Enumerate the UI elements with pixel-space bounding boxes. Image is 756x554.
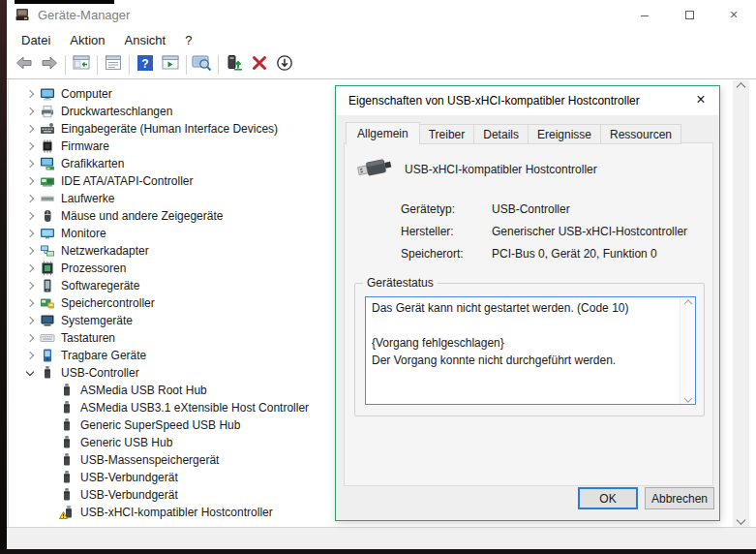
tree-scrollbar[interactable] (733, 80, 749, 527)
chevron-right-icon[interactable] (22, 156, 38, 171)
chevron-right-icon[interactable] (22, 295, 38, 311)
tree-item-label: USB-Verbundgerät (78, 471, 178, 484)
disable-device-button[interactable] (272, 53, 297, 77)
tree-item-label: IDE ATA/ATAPI-Controller (59, 174, 193, 188)
usb-connector-icon (356, 153, 395, 182)
chevron-right-icon[interactable] (22, 226, 38, 241)
tree-item-label: Druckwarteschlangen (59, 105, 172, 118)
tree-item-label: Eingabegeräte (Human Interface Devices) (59, 122, 278, 136)
uninstall-device-button[interactable] (247, 53, 272, 77)
menu-bar: DateiAktionAnsicht? (7, 29, 756, 50)
tree-item-label: Systemgeräte (59, 314, 133, 327)
uninstall-device-icon (251, 54, 268, 75)
tree-item-label: Tastaturen (59, 331, 115, 345)
tree-item-label: Firmware (59, 139, 109, 153)
tree-indent (42, 435, 57, 450)
processor-icon (40, 261, 55, 276)
network-adapter-icon (40, 243, 55, 259)
chevron-right-icon[interactable] (22, 191, 38, 206)
chevron-right-icon[interactable] (22, 86, 38, 102)
window-title: Geräte-Manager (38, 8, 130, 22)
show-hide-action-pane-button[interactable] (158, 53, 183, 77)
field-label: Speicherort: (401, 247, 492, 261)
status-scrollbar[interactable] (680, 297, 695, 404)
usb-warning-icon (59, 505, 75, 520)
scroll-down-arrow-icon[interactable] (733, 510, 749, 527)
back-button[interactable] (12, 53, 37, 77)
device-field-row: Gerätetyp:USB-Controller (401, 198, 707, 220)
usb-device-icon (40, 365, 55, 381)
tree-item-label: Prozessoren (59, 262, 126, 275)
show-hide-console-tree-icon (72, 54, 91, 75)
menu-item-ansicht[interactable]: Ansicht (115, 33, 176, 47)
device-manager-window: Geräte-Manager – × DateiAktionAnsicht? ?… (0, 0, 756, 554)
computer-icon (40, 86, 55, 102)
usb-device-icon (59, 487, 75, 503)
usb-device-icon (59, 417, 75, 433)
toolbar-separator (218, 55, 219, 75)
properties-button[interactable] (101, 53, 126, 77)
scroll-up-arrow-icon[interactable] (680, 297, 695, 312)
menu-item-datei[interactable]: Datei (12, 33, 60, 47)
chevron-right-icon[interactable] (22, 278, 38, 293)
close-icon: × (730, 7, 738, 22)
chevron-right-icon[interactable] (22, 330, 38, 346)
system-device-icon (40, 313, 55, 328)
device-fields: Gerätetyp:USB-ControllerHersteller:Gener… (401, 198, 707, 264)
tree-item-label: Laufwerke (59, 192, 114, 205)
disable-device-icon (276, 54, 293, 75)
tab-ressourcen[interactable]: Ressourcen (600, 124, 681, 144)
help-button[interactable]: ? (133, 53, 158, 77)
chevron-right-icon[interactable] (22, 138, 38, 154)
scan-hardware-changes-icon (192, 54, 213, 75)
close-button[interactable]: × (711, 0, 756, 29)
device-manager-app-icon (15, 7, 30, 22)
chevron-right-icon[interactable] (22, 348, 38, 363)
chevron-right-icon[interactable] (22, 243, 38, 259)
scroll-up-arrow-icon[interactable] (733, 80, 749, 97)
device-status-textbox[interactable]: Das Gerät kann nicht gestartet werden. (… (365, 296, 696, 405)
chevron-right-icon[interactable] (22, 173, 38, 189)
chevron-right-icon[interactable] (22, 313, 38, 328)
usb-device-icon (59, 452, 75, 468)
help-icon: ? (136, 54, 154, 75)
field-label: Gerätetyp: (401, 202, 492, 216)
tab-details[interactable]: Details (473, 124, 529, 144)
properties-icon (104, 54, 123, 75)
scan-hardware-changes-button[interactable] (190, 53, 215, 77)
dialog-close-button[interactable]: × (691, 90, 711, 109)
tab-ereignisse[interactable]: Ereignisse (528, 124, 601, 144)
tree-item-label: Generic SuperSpeed USB Hub (78, 418, 240, 432)
chevron-right-icon[interactable] (22, 104, 38, 119)
show-hide-console-tree-button[interactable] (69, 53, 94, 77)
update-driver-button[interactable] (222, 53, 247, 77)
toolbar: ? (7, 50, 756, 79)
dialog-title-bar: Eigenschaften von USB-xHCI-kompatibler H… (336, 86, 719, 115)
tab-treiber[interactable]: Treiber (419, 124, 475, 144)
field-value: USB-Controller (492, 202, 570, 216)
maximize-button[interactable] (667, 0, 711, 29)
chevron-down-icon[interactable] (22, 365, 38, 381)
tree-item-label: ASMedia USB Root Hub (78, 384, 207, 397)
ok-button[interactable]: OK (578, 487, 638, 509)
menu-item-aktion[interactable]: Aktion (60, 33, 114, 47)
tree-item-label: Netzwerkadapter (59, 244, 149, 258)
portable-device-icon (40, 348, 55, 363)
tree-item-label: USB-Verbundgerät (78, 488, 178, 502)
forward-button[interactable] (37, 53, 62, 77)
menu-item-[interactable]: ? (175, 33, 201, 47)
forward-icon (40, 54, 59, 75)
device-name: USB-xHCI-kompatibler Hostcontroller (405, 163, 597, 176)
chevron-right-icon[interactable] (22, 261, 38, 276)
tree-item-label: ASMedia USB3.1 eXtensible Host Controlle… (78, 401, 309, 415)
usb-device-icon (59, 435, 75, 450)
chevron-right-icon[interactable] (22, 208, 38, 224)
cancel-button[interactable]: Abbrechen (645, 487, 714, 509)
toolbar-separator (97, 55, 98, 75)
chevron-right-icon[interactable] (22, 121, 38, 137)
tab-allgemein[interactable]: Allgemein (346, 122, 420, 145)
device-status-group-label: Gerätestatus (363, 276, 438, 290)
minimize-button[interactable]: – (622, 0, 667, 29)
close-icon: × (696, 91, 705, 108)
scroll-down-arrow-icon[interactable] (680, 389, 695, 404)
